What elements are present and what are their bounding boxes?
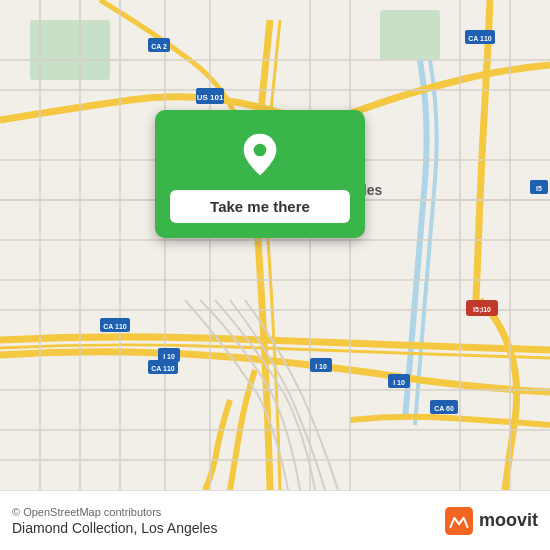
- svg-text:I5: I5: [536, 185, 542, 192]
- moovit-text: moovit: [479, 510, 538, 531]
- location-name: Diamond Collection, Los Angeles: [12, 520, 217, 536]
- svg-text:I5;I10: I5;I10: [473, 306, 491, 314]
- copyright-text: © OpenStreetMap contributors: [12, 506, 217, 518]
- svg-rect-1: [30, 20, 110, 80]
- svg-text:CA 60: CA 60: [434, 405, 454, 412]
- map-background: US 101 CA 2 CA 110 CA 110 I 10 I 10 I 10…: [0, 0, 550, 490]
- svg-text:CA 110: CA 110: [468, 35, 492, 42]
- svg-text:CA 110: CA 110: [151, 365, 175, 372]
- svg-point-46: [254, 144, 267, 157]
- map-container: US 101 CA 2 CA 110 CA 110 I 10 I 10 I 10…: [0, 0, 550, 490]
- svg-rect-47: [445, 507, 473, 535]
- svg-text:CA 2: CA 2: [151, 43, 167, 50]
- svg-text:CA 110: CA 110: [103, 323, 127, 330]
- bottom-bar: © OpenStreetMap contributors Diamond Col…: [0, 490, 550, 550]
- popup-card: Take me there: [155, 110, 365, 238]
- take-me-there-button[interactable]: Take me there: [170, 190, 350, 223]
- svg-text:I 10: I 10: [315, 363, 327, 370]
- moovit-icon: [445, 507, 473, 535]
- svg-text:US 101: US 101: [197, 93, 224, 102]
- svg-text:I 10: I 10: [393, 379, 405, 386]
- svg-text:I 10: I 10: [163, 353, 175, 360]
- location-pin-icon: [235, 130, 285, 180]
- svg-rect-2: [380, 10, 440, 60]
- moovit-logo: moovit: [445, 507, 538, 535]
